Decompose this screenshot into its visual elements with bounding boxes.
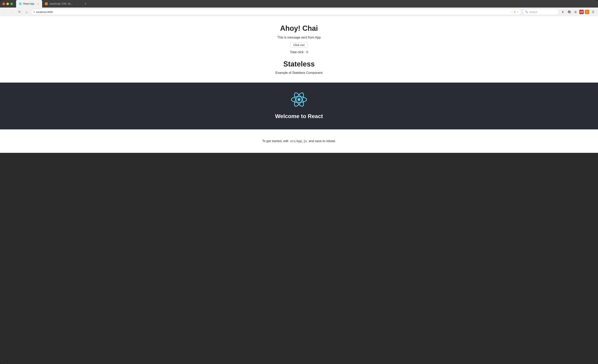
address-more-icon[interactable]: ···	[511, 10, 513, 13]
search-placeholder: Search	[529, 10, 537, 14]
traffic-lights	[2, 3, 13, 5]
shield-icon[interactable]: 🛡	[585, 10, 589, 14]
tab-close-react[interactable]: ×	[37, 2, 39, 5]
traffic-light-maximize[interactable]	[10, 3, 13, 5]
reader-icon[interactable]: ⊞	[573, 9, 578, 15]
address-star-icon[interactable]: ☆	[516, 10, 519, 13]
tab-label-react: React App	[23, 2, 34, 5]
message-text: This is message sent from App	[4, 36, 594, 39]
tab-js[interactable]: JavaScript, ES6, Node.js, Angu ×	[42, 0, 82, 8]
web-content: Ahoy! Chai This is message sent from App…	[0, 16, 598, 153]
menu-icon[interactable]: ☰	[590, 9, 596, 15]
address-text: localhost:3000	[36, 10, 509, 14]
section-dark: Welcome to React	[0, 82, 598, 129]
welcome-title: Welcome to React	[4, 113, 594, 120]
back-button[interactable]: ←	[2, 9, 8, 15]
get-started-suffix: and save to reload.	[308, 139, 336, 143]
tab-label-js: JavaScript, ES6, Node.js, Angu	[49, 2, 74, 5]
get-started-prefix: To get started, edit	[262, 139, 289, 143]
adblock-icon[interactable]: AB	[579, 10, 584, 14]
refresh-button[interactable]: ↻	[17, 9, 22, 15]
tab-favicon-react	[19, 2, 22, 5]
click-me-button[interactable]: Click me!	[290, 42, 308, 48]
search-box[interactable]: 🔍 Search	[523, 9, 559, 15]
tab-react-app[interactable]: React App ×	[16, 0, 42, 8]
nav-bar: ← → ↻ ⌂ ℹ localhost:3000 ··· ♥ ☆ 🔍 Searc…	[0, 8, 598, 16]
search-icon: 🔍	[525, 10, 528, 13]
stateless-title: Stateless	[4, 60, 594, 68]
browser-window: React App × JavaScript, ES6, Node.js, An…	[0, 0, 598, 364]
tabs-container: React App × JavaScript, ES6, Node.js, An…	[16, 0, 596, 8]
title-bar: React App × JavaScript, ES6, Node.js, An…	[0, 0, 598, 8]
new-tab-button[interactable]: +	[83, 1, 88, 7]
section-bottom: To get started, edit src/App.js and save…	[0, 129, 598, 153]
address-bar-actions: ··· ♥ ☆	[511, 10, 519, 13]
tab-favicon-js	[45, 2, 48, 5]
traffic-light-minimize[interactable]	[6, 3, 9, 5]
home-button[interactable]: ⌂	[24, 9, 29, 15]
svg-point-0	[298, 98, 300, 101]
download-icon[interactable]: ⬇	[560, 9, 565, 15]
tab-close-js[interactable]: ×	[76, 2, 79, 5]
address-bookmark-icon[interactable]: ♥	[514, 10, 515, 13]
nav-right-icons: ⬇ 📚 ⊞ AB 🛡 ☰	[560, 9, 596, 15]
total-click-text: Total click : 0	[4, 50, 594, 54]
ahoy-title: Ahoy! Chai	[4, 24, 594, 32]
get-started-code: src/App.js	[289, 139, 308, 143]
react-logo	[291, 92, 307, 108]
address-bar[interactable]: ℹ localhost:3000 ··· ♥ ☆	[31, 9, 521, 15]
section-main: Ahoy! Chai This is message sent from App…	[0, 16, 598, 82]
library-icon[interactable]: 📚	[567, 9, 572, 15]
traffic-light-close[interactable]	[2, 3, 5, 5]
forward-button[interactable]: →	[9, 9, 15, 15]
get-started-text: To get started, edit src/App.js and save…	[4, 139, 594, 143]
stateless-desc: Example of Stateless Component	[4, 71, 594, 75]
address-info-icon: ℹ	[33, 10, 34, 13]
